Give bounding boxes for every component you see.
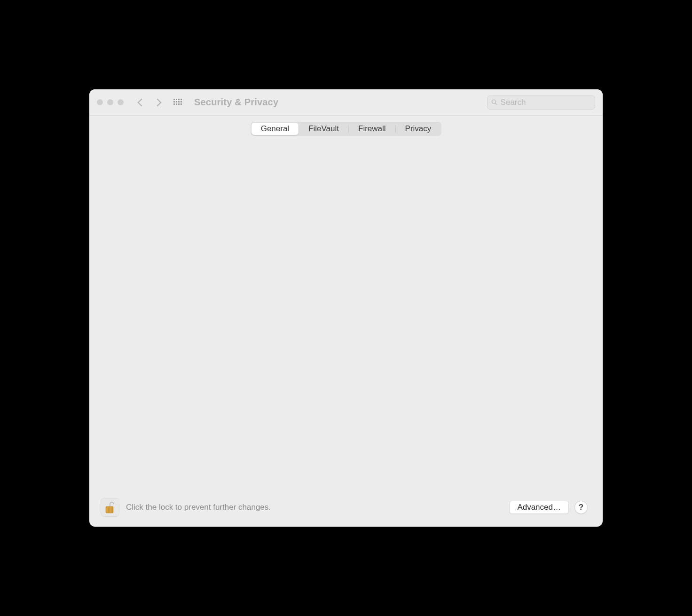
zoom-window-icon[interactable] (118, 99, 124, 105)
show-message-row: Show a message when the screen is locked… (141, 201, 551, 214)
search-field[interactable] (487, 95, 595, 110)
change-password-button[interactable]: Change Password… (299, 161, 388, 174)
footer: Click the lock to prevent further change… (96, 493, 596, 527)
window-controls (97, 99, 124, 105)
lock-button[interactable] (101, 498, 119, 517)
radio-identified-developers-label: App Store and identified developers (176, 352, 302, 361)
svg-rect-3 (110, 506, 110, 513)
blocked-software-row: System software from developer “Rogue Am… (141, 389, 551, 416)
segmented-control: General FileVault Firewall Privacy (251, 122, 442, 136)
require-password-checkbox[interactable] (162, 183, 170, 192)
svg-rect-4 (111, 506, 111, 513)
radio-app-store[interactable]: App Store (141, 338, 551, 347)
svg-rect-1 (107, 506, 107, 513)
require-password-label: Require password (176, 183, 240, 192)
select-arrows-icon (291, 186, 295, 190)
radio-identified-developers[interactable]: App Store and identified developers (141, 352, 551, 361)
search-icon (491, 99, 498, 106)
tab-general[interactable]: General (252, 123, 299, 135)
minimize-window-icon[interactable] (107, 99, 113, 105)
search-input[interactable] (501, 98, 591, 107)
after-sleep-text: after sleep or screen saver begins (305, 183, 425, 192)
preferences-window: Security & Privacy General FileVault Fir… (89, 89, 603, 527)
radio-app-store-input[interactable] (162, 338, 170, 347)
allow-highlight: Allow (463, 389, 551, 416)
titlebar: Security & Privacy (89, 89, 603, 116)
advanced-button[interactable]: Advanced… (509, 501, 569, 514)
radio-app-store-label: App Store (176, 338, 212, 347)
forward-button[interactable] (154, 98, 162, 106)
tab-filevault[interactable]: FileVault (299, 123, 348, 135)
unlocked-lock-icon (105, 501, 115, 514)
svg-rect-5 (112, 506, 113, 513)
tab-firewall[interactable]: Firewall (349, 123, 395, 135)
password-delay-select[interactable]: 5 minutes (246, 181, 299, 194)
window-title: Security & Privacy (194, 97, 278, 108)
show-message-label: Show a message when the screen is locked (176, 203, 331, 212)
allow-button[interactable]: Allow (469, 396, 544, 409)
blocked-software-text: System software from developer “Rogue Am… (141, 389, 453, 413)
login-password-text: A login password has been set for this u… (141, 163, 293, 173)
login-password-row: A login password has been set for this u… (141, 161, 551, 174)
show-message-checkbox[interactable] (162, 203, 170, 212)
back-button[interactable] (138, 98, 146, 106)
svg-rect-2 (108, 506, 109, 513)
tabs: General FileVault Firewall Privacy (96, 122, 596, 136)
help-button[interactable]: ? (574, 501, 588, 514)
allow-apps-label: Allow apps downloaded from: (141, 322, 551, 331)
password-delay-value: 5 minutes (252, 183, 287, 192)
require-password-row: Require password 5 minutes after sleep o… (141, 181, 551, 194)
close-window-icon[interactable] (97, 99, 103, 105)
general-panel: A login password has been set for this u… (96, 129, 596, 493)
content: General FileVault Firewall Privacy A log… (89, 116, 603, 527)
radio-identified-developers-input[interactable] (162, 352, 170, 361)
lock-text: Click the lock to prevent further change… (126, 503, 271, 512)
set-lock-message-button: Set Lock Message… (337, 201, 427, 214)
show-all-icon[interactable] (173, 99, 183, 106)
tab-privacy[interactable]: Privacy (396, 123, 441, 135)
nav-buttons (139, 100, 160, 105)
divider (96, 305, 596, 306)
